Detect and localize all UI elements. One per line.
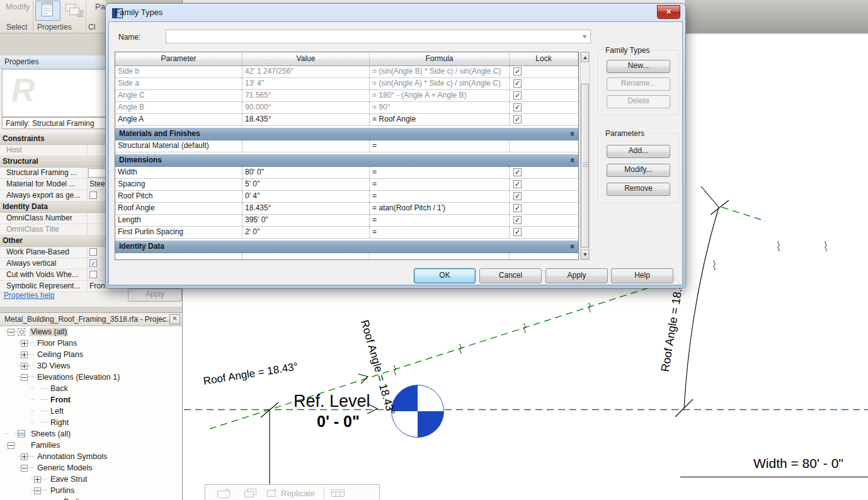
formula-cell[interactable]: = [370, 140, 510, 152]
tree-item-label[interactable]: Sheets (all) [30, 429, 72, 438]
lock-checkbox-checked[interactable]: ✓ [513, 79, 522, 88]
value-cell[interactable]: 395' 0" [243, 215, 370, 226]
formula-cell[interactable]: = [370, 227, 510, 238]
formula-cell[interactable]: = (sin(Angle A) * Side c) / sin(Angle C) [370, 78, 510, 89]
value-cell[interactable]: 5' 0" [243, 179, 370, 190]
tree-item-ceiling-plans[interactable]: Ceiling Plans [0, 349, 182, 360]
tree-item-label[interactable]: Floor Plans [36, 339, 78, 348]
tree-item-label[interactable]: Eave Strut [49, 475, 88, 484]
expand-icon[interactable] [21, 351, 28, 358]
checkbox[interactable] [89, 271, 97, 278]
lock-checkbox-checked[interactable]: ✓ [513, 91, 522, 99]
replicate-icon[interactable] [266, 487, 278, 499]
tree-item-label[interactable]: Annotation Symbols [36, 452, 108, 461]
properties-button[interactable] [35, 1, 60, 21]
tree-item-label[interactable]: Left [49, 407, 65, 416]
value-cell[interactable]: 42' 1 247/256" [243, 66, 370, 77]
tree-item-label[interactable]: Families [30, 441, 62, 450]
parameter-value[interactable]: Stee [89, 179, 105, 189]
formula-cell[interactable]: = atan(Roof Pitch / 1') [370, 203, 510, 214]
formula-cell[interactable]: = [370, 167, 510, 178]
lock-checkbox-checked[interactable]: ✓ [513, 168, 522, 176]
cascade-windows-icon[interactable] [243, 487, 258, 499]
lock-checkbox-checked[interactable]: ✓ [513, 115, 522, 123]
replicate-label[interactable]: Replicate [281, 489, 315, 498]
type-name-combobox[interactable] [166, 30, 591, 43]
tree-item-floor-plans[interactable]: Floor Plans [0, 338, 182, 349]
resize-grip-icon[interactable]: ⋱ [674, 276, 680, 283]
tree-item-label[interactable]: Purlin [62, 497, 85, 500]
tree-item-back[interactable]: Back [0, 383, 182, 394]
formula-cell[interactable]: = [370, 191, 510, 202]
value-cell[interactable]: 0' 4" [243, 191, 370, 202]
formula-cell[interactable]: = Roof Angle [370, 114, 510, 125]
value-cell[interactable]: 2' 0" [243, 227, 370, 238]
level-name-text[interactable]: Ref. Level [294, 392, 370, 411]
close-button[interactable]: × [657, 5, 680, 19]
formula-cell[interactable] [370, 253, 510, 260]
tree-item-purlin[interactable]: Purlin [0, 496, 182, 500]
tree-item-label[interactable]: Purlins [49, 486, 76, 495]
cancel-button[interactable]: Cancel [479, 268, 542, 283]
table-section-materials-and-finishes[interactable]: Materials and Finishes« [115, 128, 578, 140]
value-cell[interactable]: 80' 0" [243, 167, 370, 178]
project-browser-title[interactable]: Metal_Building_Roof_Framing_3518.rfa - P… [0, 313, 182, 326]
expand-icon[interactable] [21, 363, 28, 370]
column-header-value[interactable]: Value [243, 52, 370, 65]
tree-item-elevations-elevation-1-[interactable]: Elevations (Elevation 1) [0, 372, 182, 383]
tree-item-families[interactable]: Families [0, 440, 182, 451]
value-cell[interactable]: 90.000° [243, 102, 370, 113]
tree-item-sheets-all-[interactable]: Sheets (all) [0, 428, 182, 440]
tree-item-label[interactable]: Right [49, 418, 70, 427]
tree-item-right[interactable]: Right [0, 417, 182, 428]
remove-parameter-button[interactable]: Remove [607, 183, 670, 196]
expand-icon[interactable] [34, 476, 41, 483]
collapse-icon[interactable] [34, 487, 41, 494]
tree-item-label[interactable]: Generic Models [36, 463, 94, 472]
palette-apply-button[interactable]: Apply [128, 288, 182, 302]
expand-chevron-icon[interactable]: « [566, 244, 578, 249]
column-header-parameter[interactable]: Parameter [115, 52, 243, 65]
collapse-chevron-icon[interactable]: « [566, 158, 578, 162]
lock-checkbox-checked[interactable]: ✓ [513, 180, 522, 188]
expand-icon[interactable] [21, 340, 28, 347]
close-icon[interactable]: ✕ [169, 314, 180, 324]
checkbox[interactable] [89, 191, 97, 199]
expand-icon[interactable] [21, 453, 28, 460]
tree-item-3d-views[interactable]: 3D Views [0, 360, 182, 372]
lock-checkbox-checked[interactable]: ✓ [513, 204, 522, 212]
apply-button[interactable]: Apply [545, 268, 608, 283]
collapse-icon[interactable] [21, 374, 28, 381]
lock-checkbox-checked[interactable]: ✓ [513, 216, 522, 224]
switch-windows-icon[interactable] [217, 487, 232, 499]
formula-cell[interactable]: = 90° [370, 102, 510, 113]
tree-item-label[interactable]: Back [49, 384, 69, 393]
column-header-formula[interactable]: Formula [370, 52, 510, 65]
tree-item-left[interactable]: Left [0, 406, 182, 417]
modify-tab[interactable]: Modify [6, 2, 30, 11]
tree-item-label[interactable]: Front [49, 395, 72, 404]
value-cell[interactable]: 13' 4" [243, 78, 370, 89]
collapse-icon[interactable] [8, 442, 14, 449]
tree-item-label[interactable]: Ceiling Plans [36, 350, 84, 359]
tree-item-label[interactable]: Views (all) [30, 327, 68, 336]
formula-cell[interactable]: = [370, 179, 510, 190]
lock-checkbox-checked[interactable]: ✓ [513, 228, 522, 236]
checkbox[interactable] [89, 248, 97, 256]
level-elevation-text[interactable]: 0' - 0" [317, 412, 360, 431]
width-dimension-text[interactable]: Width = 80' - 0" [753, 456, 843, 471]
parameter-value[interactable]: Fron [89, 281, 105, 291]
scrollbar-thumb[interactable] [581, 84, 589, 247]
add-parameter-button[interactable]: Add... [607, 145, 670, 158]
tree-item-views-all-[interactable]: Views (all) [0, 326, 182, 338]
value-cell[interactable]: 71.565° [243, 90, 370, 101]
collapse-chevron-icon[interactable]: « [566, 132, 578, 136]
scroll-down-icon[interactable] [581, 249, 589, 259]
formula-cell[interactable]: = [370, 215, 510, 226]
scroll-up-icon[interactable] [581, 52, 589, 62]
tree-item-purlins[interactable]: Purlins [0, 485, 182, 496]
value-cell[interactable] [243, 140, 370, 152]
value-cell[interactable]: 18.435° [243, 203, 370, 214]
tree-item-generic-models[interactable]: Generic Models [0, 462, 182, 474]
help-button[interactable]: Help [611, 268, 673, 283]
